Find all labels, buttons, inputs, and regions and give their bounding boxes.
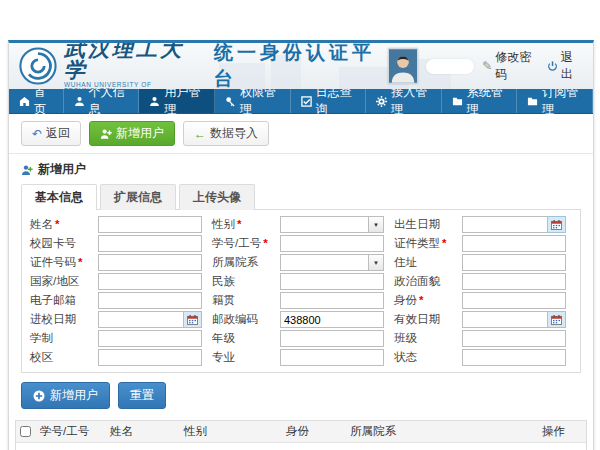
page: 武汉理工大学 WUHAN UNIVERSITY OF TECHNOLOGY 统一… [0,0,600,450]
student-id-label: 学号/工号* [212,236,270,251]
user-name-pill [426,59,474,74]
nav-item-personal-info[interactable]: 个人信息 [64,89,140,113]
email-input[interactable] [98,292,202,309]
nav-item-home[interactable]: 首页 [9,89,64,113]
native-place-label: 籍贯 [212,293,270,308]
political-status-label: 政治面貌 [394,274,452,289]
birth-date-input[interactable] [462,216,548,233]
nav-label: 权限管理 [240,84,280,118]
select-all-checkbox[interactable] [20,426,31,437]
postal-code-input[interactable] [280,311,384,328]
id-type-label: 证件类型* [394,236,452,251]
nav-label: 系统管理 [467,84,507,118]
nav-item-subscription-management[interactable]: 订阅管理 [517,89,593,113]
address-input[interactable] [462,254,566,271]
data-import-button[interactable]: ← 数据导入 [183,121,269,146]
avatar [388,48,418,84]
logout-label: 退出 [561,49,583,83]
university-name-en: WUHAN UNIVERSITY OF TECHNOLOGY [64,82,200,90]
logout-link[interactable]: 退出 [547,49,583,83]
add-user-toolbar-button[interactable]: 新增用户 [89,121,175,146]
name-label: 姓名* [30,217,88,232]
tab-basic-info[interactable]: 基本信息 [21,184,97,210]
gender-select[interactable] [280,216,369,233]
country-input[interactable] [98,273,202,290]
basic-info-panel: 姓名* 性别* ▼ 出生日期 校园卡号 学号/工号* 证件类型* 证件号码* 所… [21,209,581,373]
id-number-input[interactable] [98,254,202,271]
user-icon [74,96,85,107]
user-icon [149,96,160,107]
education-length-input[interactable] [98,330,202,347]
name-input[interactable] [98,216,202,233]
form-actions: 新增用户 重置 [9,373,593,418]
grade-input[interactable] [280,330,384,347]
campus-card-input[interactable] [98,235,202,252]
back-label: 返回 [46,125,70,142]
user-form: 姓名* 性别* ▼ 出生日期 校园卡号 学号/工号* 证件类型* 证件号码* 所… [30,216,572,366]
chevron-down-icon[interactable]: ▼ [369,216,384,233]
col-student-id: 学号/工号 [36,424,106,439]
add-user-submit-button[interactable]: 新增用户 [21,382,110,409]
email-label: 电子邮箱 [30,293,88,308]
tab-bar: 基本信息 扩展信息 上传头像 [21,184,581,210]
nav-item-access-management[interactable]: 接入管理 [366,89,442,113]
tab-upload-avatar[interactable]: 上传头像 [179,184,255,210]
arrow-left-icon: ← [194,128,206,140]
status-input[interactable] [462,349,566,366]
identity-input[interactable] [462,292,566,309]
class-input[interactable] [462,330,566,347]
major-label: 专业 [212,350,270,365]
nav-item-permission-management[interactable]: 权限管理 [215,89,291,113]
reset-button[interactable]: 重置 [118,382,166,409]
home-icon [19,96,30,107]
col-name: 姓名 [106,424,180,439]
department-label: 所属院系 [212,255,270,270]
identity-label: 身份* [394,293,452,308]
nav-label: 首页 [34,84,53,118]
col-identity: 身份 [282,424,346,439]
undo-arrow-icon: ↶ [32,128,42,140]
nav-item-system-management[interactable]: 系统管理 [442,89,518,113]
main-nav: 首页 个人信息 用户管理 权限管理 日志查询 接入管理 系统管理 订阅管理 [9,89,593,114]
change-password-link[interactable]: ✎ 修改密码 [482,49,539,83]
valid-date-input[interactable] [462,311,548,328]
ethnicity-label: 民族 [212,274,270,289]
entry-date-label: 进校日期 [30,312,88,327]
app-window: 武汉理工大学 WUHAN UNIVERSITY OF TECHNOLOGY 统一… [8,40,594,450]
entry-date-input[interactable] [98,311,184,328]
native-place-input[interactable] [280,292,384,309]
campus-input[interactable] [98,349,202,366]
university-logo-icon [19,47,57,85]
id-type-input[interactable] [462,235,566,252]
reset-label: 重置 [130,387,154,404]
nav-item-user-management[interactable]: 用户管理 [139,89,215,113]
folder-icon [452,96,463,107]
student-id-input[interactable] [280,235,384,252]
add-user-submit-label: 新增用户 [50,387,98,404]
postal-code-label: 邮政编码 [212,312,270,327]
platform-title: 统一身份认证平台 [214,43,388,89]
political-status-input[interactable] [462,273,566,290]
nav-label: 用户管理 [164,84,204,118]
section-title: 新增用户 [38,161,86,178]
campus-card-label: 校园卡号 [30,236,88,251]
chevron-down-icon[interactable]: ▼ [369,254,384,271]
major-input[interactable] [280,349,384,366]
col-department: 所属院系 [346,424,538,439]
user-plus-icon [100,128,112,140]
nav-label: 订阅管理 [542,84,582,118]
nav-label: 接入管理 [391,84,431,118]
calendar-icon[interactable] [548,311,566,328]
tab-extended-info[interactable]: 扩展信息 [100,184,176,210]
key-icon [225,96,236,107]
birth-date-label: 出生日期 [394,217,452,232]
calendar-icon[interactable] [548,216,566,233]
checklist-icon [301,96,312,107]
change-password-label: 修改密码 [495,49,539,83]
nav-item-log-query[interactable]: 日志查询 [291,89,367,113]
back-button[interactable]: ↶ 返回 [21,121,81,146]
calendar-icon[interactable] [184,311,202,328]
ethnicity-input[interactable] [280,273,384,290]
class-label: 班级 [394,331,452,346]
department-select[interactable] [280,254,369,271]
